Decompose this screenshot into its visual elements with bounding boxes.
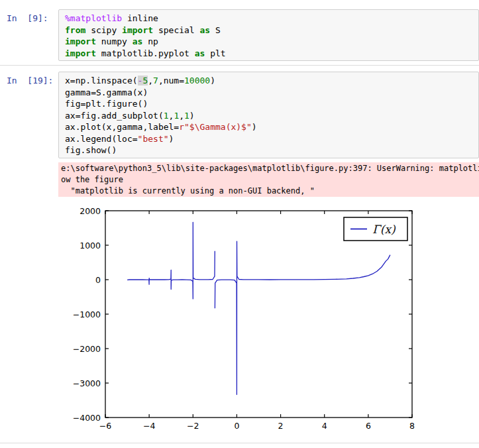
gamma-function-plot: −6−4−202468−4000−3000−2000−1000010002000… [64,200,429,436]
y-tick-label: −3000 [73,378,101,388]
code-line: %matplotlib inline [65,13,478,25]
y-tick-label: −1000 [73,309,101,319]
cell-divider [0,65,479,66]
code-line: x=np.linspace(-5,7,num=10000) [65,75,478,87]
x-tick-label: 8 [409,421,415,431]
legend-label: Γ(x) [372,223,396,236]
x-tick-label: 2 [278,421,284,431]
axes-frame [105,211,412,418]
stderr-warning-output: e:\software\python3_5\lib\site-packages\… [58,162,479,197]
code-line: ax.plot(x,gamma,label=r"$\Gamma(x)$") [65,121,478,133]
code-line: ax=fig.add_subplot(1,1,1) [65,110,478,122]
code-line: ax.legend(loc="best") [65,133,478,145]
x-tick-label: 4 [322,421,327,431]
x-tick-label: 0 [234,421,239,431]
input-prompt: In [19]: [7,75,53,87]
code-line: from scipy import special as S [65,25,478,36]
y-tick-label: 1000 [80,241,101,251]
x-tick-label: −4 [143,421,155,431]
y-tick-label: 2000 [80,206,101,216]
code-line: import numpy as np [65,36,478,48]
x-tick-label: −6 [99,421,111,431]
input-prompt: In [9]: [7,13,48,25]
code-line: gamma=S.gamma(x) [65,87,478,99]
code-line: fig=plt.figure() [65,98,478,110]
cell-divider [0,443,479,443]
y-tick-label: 0 [95,275,101,285]
code-line: fig.show() [65,144,478,156]
y-tick-label: −2000 [73,344,101,354]
y-tick-label: −4000 [73,413,101,423]
code-cell-editor[interactable]: %matplotlib inlinefrom scipy import spec… [58,9,479,61]
x-tick-label: −2 [187,421,199,431]
code-line: import matplotlib.pyplot as plt [65,48,478,60]
x-tick-label: 6 [366,421,371,431]
code-cell-editor[interactable]: x=np.linspace(-5,7,num=10000)gamma=S.gam… [58,72,479,158]
